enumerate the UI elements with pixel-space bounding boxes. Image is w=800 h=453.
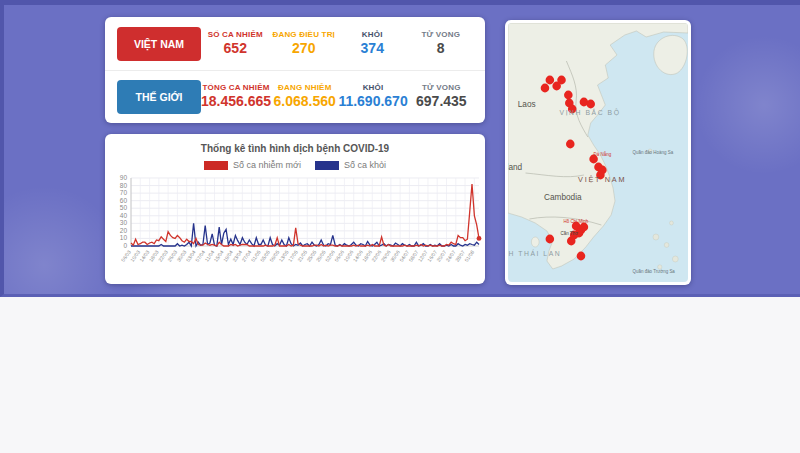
map-phu-quoc-island xyxy=(531,237,539,247)
stat-world-deaths: TỬ VONG 697.435 xyxy=(408,83,475,111)
chart-title: Thống kê tình hình dịch bệnh COVID-19 xyxy=(105,143,485,154)
world-button[interactable]: THẾ GIỚI xyxy=(117,80,201,114)
map-label: Cambodia xyxy=(544,192,582,202)
new-cases-swatch xyxy=(204,161,228,170)
vietnam-map-card[interactable]: LaosVỊNH BẮC BỘQuần đảo Hoàng SaThailand… xyxy=(505,20,691,285)
legend-new-cases: Số ca nhiễm mới xyxy=(204,160,301,170)
stat-world-cases: TỔNG CA NHIỄM 18.456.665 xyxy=(201,83,271,111)
outbreak-dot[interactable] xyxy=(552,82,561,91)
map-label: Laos xyxy=(518,99,536,109)
outbreak-dot[interactable] xyxy=(564,91,573,100)
map-hainan-island xyxy=(654,35,688,74)
y-tick-label: 60 xyxy=(120,197,128,204)
outbreak-dot[interactable] xyxy=(577,252,586,261)
map-label: Đà Nẵng xyxy=(594,151,612,157)
world-stats-row: THẾ GIỚI TỔNG CA NHIỄM 18.456.665 ĐANG N… xyxy=(105,70,485,123)
y-tick-label: 70 xyxy=(120,189,128,196)
outbreak-dot[interactable] xyxy=(586,100,595,109)
stat-vietnam-cases: SỐ CA NHIỄM 652 xyxy=(201,30,270,58)
map-label: Quần đảo Hoàng Sa xyxy=(633,150,674,155)
virus-texture xyxy=(694,35,800,175)
y-tick-label: 20 xyxy=(120,227,128,234)
map-label: Cần Thơ xyxy=(561,231,578,236)
stat-vietnam-recovered: KHỎI 374 xyxy=(338,30,407,58)
covid-chart-card: Thống kê tình hình dịch bệnh COVID-19 Số… xyxy=(105,134,485,284)
covid-line-chart: 010203040506070809006/0310/0314/0318/032… xyxy=(105,170,485,282)
y-tick-label: 10 xyxy=(120,234,128,241)
stat-vietnam-treating: ĐANG ĐIỀU TRỊ 270 xyxy=(270,30,339,58)
y-tick-label: 30 xyxy=(120,219,128,226)
bottom-section: + Tỉnh, Thành phốSố ca nhiễmĐang điều tr… xyxy=(0,297,800,453)
outbreak-dot[interactable] xyxy=(546,76,555,85)
summary-stats-card: VIỆT NAM SỐ CA NHIỄM 652 ĐANG ĐIỀU TRỊ 2… xyxy=(105,17,485,123)
outbreak-dot[interactable] xyxy=(546,235,555,244)
vietnam-button[interactable]: VIỆT NAM xyxy=(117,27,201,61)
last-point-marker xyxy=(477,236,482,241)
y-tick-label: 80 xyxy=(120,182,128,189)
y-tick-label: 90 xyxy=(120,174,128,181)
map-label: VỊNH THÁI LAN xyxy=(508,249,561,257)
recovered-swatch xyxy=(315,161,339,170)
map-label: Thailand xyxy=(508,162,523,172)
x-tick-label: 01/08 xyxy=(463,249,475,263)
stat-world-infected: ĐANG NHIỄM 6.068.560 xyxy=(271,83,338,111)
vietnam-map[interactable]: LaosVỊNH BẮC BỘQuần đảo Hoàng SaThailand… xyxy=(508,23,688,282)
y-tick-label: 50 xyxy=(120,204,128,211)
y-tick-label: 0 xyxy=(123,242,127,249)
chart-legend: Số ca nhiễm mới Số ca khỏi xyxy=(105,160,485,170)
map-label: VIỆT NAM xyxy=(578,175,626,184)
map-label: Hồ Chí Minh xyxy=(563,219,588,224)
map-label: VỊNH BẮC BỘ xyxy=(560,108,621,116)
legend-recovered: Số ca khỏi xyxy=(315,160,386,170)
series-recovered xyxy=(131,223,479,246)
outbreak-dot[interactable] xyxy=(541,84,550,93)
outbreak-dot[interactable] xyxy=(566,140,575,149)
stat-vietnam-deaths: TỬ VONG 8 xyxy=(407,30,476,58)
y-tick-label: 40 xyxy=(120,212,128,219)
vietnam-stats-row: VIỆT NAM SỐ CA NHIỄM 652 ĐANG ĐIỀU TRỊ 2… xyxy=(105,17,485,70)
stat-world-recovered: KHỎI 11.690.670 xyxy=(338,83,407,111)
map-label: Quần đảo Trường Sa xyxy=(633,269,676,274)
